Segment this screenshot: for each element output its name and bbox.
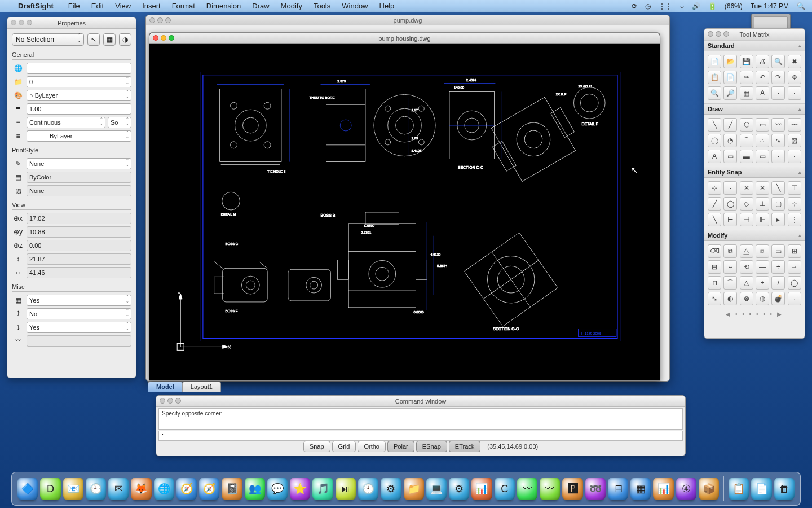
tool-button[interactable]: ⊩ [756,213,769,226]
dock-app-icon[interactable]: ⭐ [290,478,310,500]
dock-app-icon[interactable]: 🧭 [176,478,197,500]
menu-window[interactable]: Window [337,2,372,10]
tool-button[interactable]: ⊹ [788,197,801,211]
tool-button[interactable]: ▸ [771,213,785,226]
status-snap[interactable]: Snap [303,441,330,452]
dock-app-icon[interactable]: 🦊 [131,478,151,500]
tool-button[interactable]: 📋 [708,71,721,84]
tool-button[interactable]: ⊤ [788,181,801,195]
dock-app-icon[interactable]: ⚙ [449,478,469,500]
tool-button[interactable]: 🔍 [771,55,785,68]
tool-button[interactable]: ⊢ [723,213,737,226]
tool-button[interactable]: ▭ [723,150,737,163]
tool-button[interactable]: ╱ [723,118,737,132]
matrix-group-standard[interactable]: Standard [704,40,805,51]
tool-button[interactable]: · [788,292,801,305]
dock-app-icon[interactable]: ⚙ [381,478,401,500]
tool-button[interactable]: ⊞ [788,244,801,258]
tool-button[interactable]: 🖨 [756,55,769,68]
tool-button[interactable]: · [788,86,801,100]
menu-tools[interactable]: Tools [309,2,335,10]
menu-draw[interactable]: Draw [248,2,273,10]
tool-button[interactable]: ▭ [771,244,785,258]
tool-button[interactable]: · [771,86,785,100]
status-etrack[interactable]: ETrack [449,441,480,452]
tool-button[interactable]: — [756,260,769,274]
tool-button[interactable]: ⊓ [708,276,721,290]
pick-icon[interactable]: ↖ [87,33,100,46]
dock-app-icon[interactable]: 📊 [653,478,673,500]
property-field[interactable]: ——— ByLayer [27,130,131,142]
tool-button[interactable]: 🔍 [708,86,721,100]
tab-layout1[interactable]: Layout1 [182,382,221,392]
tool-button[interactable]: · [723,181,737,195]
menu-format[interactable]: Format [167,2,200,10]
tool-button[interactable]: ⧋ [740,244,753,258]
tool-button[interactable]: ╱ [708,197,721,211]
tool-button[interactable]: ⊥ [756,197,769,211]
status-grid[interactable]: Grid [332,441,356,452]
property-field[interactable]: No [27,308,131,319]
spotlight-icon[interactable]: 🔍 [797,2,805,10]
tool-button[interactable]: ╲ [708,118,721,132]
tool-button[interactable]: ⧈ [756,244,769,258]
tool-button[interactable]: ◍ [756,292,769,305]
tool-button[interactable]: ⊟ [708,260,721,274]
tool-button[interactable]: ✕ [756,181,769,195]
tool-button[interactable]: 📂 [723,55,737,68]
bluetooth-icon[interactable]: ⋮⋮ [659,2,672,10]
dock-app-icon[interactable]: ④ [676,478,696,500]
volume-icon[interactable]: 🔊 [692,2,700,10]
dock-app-icon[interactable]: 📋 [729,478,749,500]
tool-button[interactable]: ◯ [723,197,737,211]
dock-app-icon[interactable]: 🌐 [154,478,174,500]
tool-button[interactable]: ⬡ [740,118,753,132]
dock-app-icon[interactable]: ➿ [585,478,606,500]
tool-button[interactable]: ⤡ [708,292,721,305]
dock-app-icon[interactable]: 🕙 [358,478,378,500]
tool-button[interactable]: ⊗ [740,292,753,305]
dock-app-icon[interactable]: 📦 [699,478,719,500]
tool-button[interactable]: ∿ [771,134,785,147]
tool-button[interactable]: ▨ [788,134,801,147]
dock-app-icon[interactable]: 🧭 [199,478,219,500]
status-polar[interactable]: Polar [387,441,414,452]
dock-app-icon[interactable]: 💬 [267,478,288,500]
quickselect-icon[interactable]: ▦ [103,33,116,46]
dock-app-icon[interactable]: 👥 [245,478,265,500]
tool-matrix-titlebar[interactable]: Tool Matrix [704,29,805,40]
tool-button[interactable]: ▬ [740,150,753,163]
property-field[interactable]: Yes [27,322,131,333]
sync-icon[interactable]: ⟳ [632,2,637,10]
property-field[interactable]: ○ ByLayer [27,90,131,101]
tool-button[interactable]: ⋮ [788,213,801,226]
tool-button[interactable]: ⧉ [723,244,737,258]
dock-app-icon[interactable]: 🕘 [86,478,106,500]
tool-button[interactable]: · [788,150,801,163]
tool-button[interactable]: ⌒ [740,134,753,147]
tool-button[interactable]: ↷ [771,71,785,84]
timemachine-icon[interactable]: ◷ [645,2,651,10]
dock-app-icon[interactable]: 💻 [426,478,447,500]
dock-app-icon[interactable]: D [40,478,60,500]
tool-button[interactable]: ✖ [788,55,801,68]
tool-button[interactable]: 〰 [771,118,785,132]
property-field[interactable] [27,63,131,74]
app-menu[interactable]: DraftSight [14,2,58,10]
status-esnap[interactable]: ESnap [416,441,447,452]
tool-button[interactable]: 📄 [708,55,721,68]
tool-button[interactable]: 〜 [788,118,801,132]
matrix-pager[interactable]: ◀ • • • • • • ▶ [704,309,805,319]
dock-app-icon[interactable]: ⏯ [336,478,356,500]
tool-button[interactable]: A [756,86,769,100]
tool-button[interactable]: ∴ [756,134,769,147]
tool-button[interactable]: ◔ [723,134,737,147]
matrix-group-modify[interactable]: Modify [704,230,805,241]
tab-model[interactable]: Model [148,382,183,392]
property-field[interactable]: None [27,158,131,169]
dock-app-icon[interactable]: ✉ [108,478,129,500]
tool-button[interactable]: ╲ [708,213,721,226]
tool-button[interactable]: ✏ [740,71,753,84]
dock-app-icon[interactable]: 🔷 [17,478,38,500]
tool-button[interactable]: ◐ [723,292,737,305]
